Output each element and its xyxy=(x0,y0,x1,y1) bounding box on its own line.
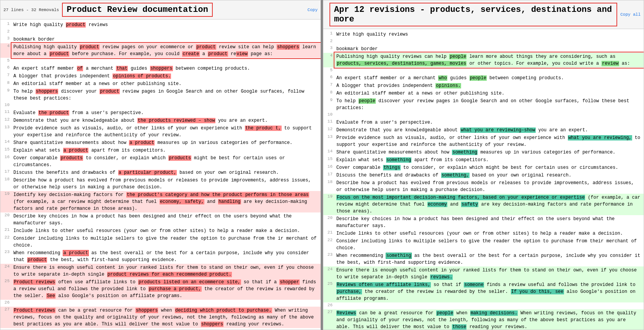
right-pane: Apr 12 revisions - products, services, d… xyxy=(323,0,644,330)
table-row: 25 Reviews often use affiliate links, so… xyxy=(323,281,644,302)
table-row: 9 To help shoppers discover your product… xyxy=(0,88,321,102)
table-row: 10 xyxy=(323,112,644,119)
table-row: 19 Identify key decision-making factors … xyxy=(0,191,321,212)
right-content: 1 Write high quality reviews 2 3 bookmar… xyxy=(323,29,644,330)
table-row: 4 Publishing high quality product review… xyxy=(0,43,321,58)
table-row: 2 xyxy=(323,38,644,45)
table-row: 26 xyxy=(323,302,644,309)
table-row: 24 Ensure there is enough useful content… xyxy=(323,266,644,281)
table-row: 3 bookmark border xyxy=(0,36,321,43)
table-row: 18 Describe how a product has evolved fr… xyxy=(0,176,321,191)
right-copy-button[interactable]: Copy all xyxy=(620,12,641,17)
left-header: 27 lines - 32 Removals Product Review do… xyxy=(0,0,321,20)
table-row: 16 Cover comparable things to consider, … xyxy=(323,164,644,172)
diff-viewer: 27 lines - 32 Removals Product Review do… xyxy=(0,0,644,330)
table-row: 15 Explain what sets something apart fro… xyxy=(323,156,644,164)
table-row: 17 Discuss the benefits and drawbacks of… xyxy=(323,172,644,179)
right-title: Apr 12 revisions - products, services, d… xyxy=(329,3,617,26)
table-row: 23 When recommending something as the be… xyxy=(323,252,644,266)
table-row: 11 Evaluate the product from a user's pe… xyxy=(0,109,321,117)
table-row: 7 A blogger that provides independent op… xyxy=(0,72,321,80)
table-row: 6 An expert staff member or a merchant w… xyxy=(323,74,644,82)
table-row: 13 Provide evidence such as visuals, aud… xyxy=(323,134,644,149)
table-row: 12 Demonstrate that you are knowledgeabl… xyxy=(0,117,321,124)
table-row: 16 Cover comparable products to consider… xyxy=(0,154,321,169)
table-row: 1 Write high quality product reviews xyxy=(0,21,321,29)
left-content: 1 Write high quality product reviews 2 3… xyxy=(0,20,321,330)
table-row: 26 xyxy=(0,300,321,307)
table-row: 9 To help people discover your review pa… xyxy=(323,97,644,112)
table-row: 23 When recommending a product as the be… xyxy=(0,249,321,264)
table-row: 5 xyxy=(323,67,644,74)
table-row: 22 Consider including links to multiple … xyxy=(323,237,644,252)
table-row: 3 bookmark border xyxy=(323,45,644,53)
left-pane: 27 lines - 32 Removals Product Review do… xyxy=(0,0,321,330)
table-row: 1 Write high quality reviews xyxy=(323,31,644,38)
table-row: 2 xyxy=(0,29,321,36)
table-row: 13 Provide evidence such as visuals, aud… xyxy=(0,124,321,139)
table-row: 15 Explain what sets a product apart fro… xyxy=(0,147,321,154)
left-copy-button[interactable]: Copy xyxy=(308,8,318,12)
table-row: 8 An editorial staff member at a news or… xyxy=(323,90,644,97)
left-title: Product Review documentation xyxy=(62,3,213,17)
right-header: Apr 12 revisions - products, services, d… xyxy=(323,0,644,29)
table-row: 18 Describe how a product has evolved fr… xyxy=(323,179,644,194)
table-row: 19 Focus on the most important decision-… xyxy=(323,194,644,215)
table-row: 4 Publishing high quality reviews can he… xyxy=(323,53,644,67)
table-row: 11 Evaluate from a user's perspective. xyxy=(323,119,644,126)
table-row: 17 Discuss the benefits and drawbacks of… xyxy=(0,169,321,176)
table-row: 8 An editorial staff member at a news or… xyxy=(0,80,321,88)
table-row: 20 Describe key choices in how a product… xyxy=(323,215,644,230)
table-row: 7 A blogger that provides independent op… xyxy=(323,82,644,90)
table-row: 21 Include links to other useful resourc… xyxy=(323,230,644,237)
left-stats: 27 lines - 32 Removals xyxy=(3,8,59,12)
table-row: 14 Share quantitative measurements about… xyxy=(0,139,321,147)
table-row: 22 Consider including links to multiple … xyxy=(0,235,321,249)
table-row: 27 Reviews can be a great resource for p… xyxy=(323,309,644,330)
table-row: 14 Share quantitative measurements about… xyxy=(323,149,644,156)
table-row: 10 xyxy=(0,102,321,109)
table-row: 20 Describe key choices in how a product… xyxy=(0,212,321,227)
table-row: 25 Product reviews often use affiliate l… xyxy=(0,278,321,300)
table-row: 5 xyxy=(0,58,321,65)
highlight: product xyxy=(66,22,86,28)
table-row: 21 Include links to other useful resourc… xyxy=(0,227,321,235)
table-row: 6 An expert staff member of a merchant t… xyxy=(0,65,321,72)
table-row: 12 Demonstrate that you are knowledgeabl… xyxy=(323,126,644,134)
table-row: 27 Product reviews can be a great resour… xyxy=(0,307,321,328)
table-row: 24 Ensure there is enough useful content… xyxy=(0,264,321,278)
